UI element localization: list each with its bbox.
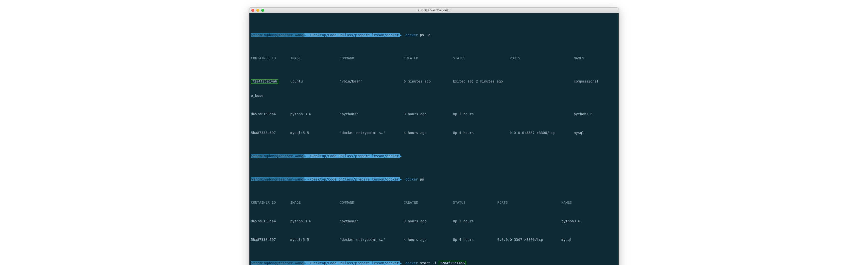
terminal-window: 2. root@72a4f25a14a6: / wangmingdong@tea… (249, 7, 619, 265)
cell-created: 4 hours ago (404, 131, 453, 135)
cell-status: Up 4 hours (453, 131, 510, 135)
cell-image: python:3.6 (290, 112, 340, 117)
table-row: 5ba87338e597 mysql:5.5 "docker-entrypoin… (249, 237, 619, 242)
cell-command: "python3" (340, 219, 404, 224)
prompt-user: wangmingdong@teacher-wang (251, 177, 304, 181)
prompt-path: ~/Desktop/Code_OnClass/prepare_lesson/do… (306, 177, 400, 181)
cell-image: python:3.6 (290, 219, 340, 224)
cell-cid: 5ba87338e597 (251, 237, 290, 242)
cell-status: Up 4 hours (453, 237, 497, 242)
cell-image: mysql:5.5 (290, 131, 340, 135)
col-names: NAMES (561, 200, 617, 205)
maximize-icon[interactable] (261, 9, 264, 12)
cell-image: mysql:5.5 (290, 237, 340, 242)
col-created: CREATED (404, 56, 453, 61)
prompt-user: wangmingdong@teacher-wang (251, 261, 304, 265)
cell-command: "/bin/bash" (340, 79, 404, 84)
cell-cid: 5ba87338e597 (251, 131, 290, 135)
prompt-path: ~/Desktop/Code_OnClass/prepare_lesson/do… (306, 154, 400, 158)
chevron-right-icon: ▶ (304, 261, 306, 265)
prompt-path: ~/Desktop/Code_OnClass/prepare_lesson/do… (306, 33, 400, 37)
table-row: 5ba87338e597 mysql:5.5 "docker-entrypoin… (249, 131, 619, 135)
col-status: STATUS (453, 56, 510, 61)
cell-names: python3.6 (574, 112, 617, 117)
cell-names: mysql (574, 131, 617, 135)
chevron-right-icon: ▶ (400, 177, 403, 181)
prompt-line: wangmingdong@teacher-wang▶~/Desktop/Code… (249, 154, 619, 158)
cell-status: Exited (0) 2 minutes ago (453, 79, 510, 84)
cell-ports (510, 79, 574, 84)
chevron-right-icon: ▶ (400, 261, 403, 265)
cell-cid: d657d6168da4 (251, 112, 290, 117)
minimize-icon[interactable] (256, 9, 259, 12)
chevron-right-icon: ▶ (304, 154, 306, 158)
terminal-body[interactable]: wangmingdong@teacher-wang▶~/Desktop/Code… (249, 13, 619, 265)
cell-command: "docker-entrypoint.s…" (340, 237, 404, 242)
cell-ports (510, 112, 574, 117)
chevron-right-icon: ▶ (400, 33, 403, 37)
col-image: IMAGE (290, 200, 340, 205)
titlebar[interactable]: 2. root@72a4f25a14a6: / (249, 8, 619, 13)
prompt-user: wangmingdong@teacher-wang (251, 154, 304, 158)
col-container-id: CONTAINER ID (251, 200, 290, 205)
table-row: 72a4f25a14a6 ubuntu "/bin/bash" 6 minute… (249, 79, 619, 84)
cell-cid: d657d6168da4 (251, 219, 290, 224)
wrapped-name: e_bose (249, 93, 619, 98)
chevron-right-icon: ▶ (304, 177, 306, 181)
prompt-line: wangmingdong@teacher-wang▶~/Desktop/Code… (249, 33, 619, 37)
window-title: 2. root@72a4f25a14a6: / (251, 9, 617, 12)
command-docker: docker (405, 177, 418, 181)
table-row: d657d6168da4 python:3.6 "python3" 3 hour… (249, 219, 619, 224)
col-status: STATUS (453, 200, 497, 205)
cell-command: "python3" (340, 112, 404, 117)
command-args: ps -a (420, 33, 430, 37)
traffic-lights (251, 9, 264, 12)
command-docker: docker (405, 33, 418, 37)
col-ports: PORTS (497, 200, 561, 205)
prompt-line: wangmingdong@teacher-wang▶~/Desktop/Code… (249, 177, 619, 182)
table-row: d657d6168da4 python:3.6 "python3" 3 hour… (249, 112, 619, 117)
cell-created: 3 hours ago (404, 112, 453, 117)
cell-status: Up 3 hours (453, 219, 497, 224)
command-args: ps (420, 177, 424, 181)
command-args: start -i (420, 261, 439, 265)
prompt-line: wangmingdong@teacher-wang▶~/Desktop/Code… (249, 261, 619, 265)
col-names: NAMES (574, 56, 617, 61)
col-command: COMMAND (340, 200, 404, 205)
prompt-user: wangmingdong@teacher-wang (251, 33, 304, 37)
highlighted-container-id: 72a4f25a14a6 (251, 79, 278, 84)
cell-command: "docker-entrypoint.s…" (340, 131, 404, 135)
prompt-path: ~/Desktop/Code_OnClass/prepare_lesson/do… (306, 261, 400, 265)
cell-created: 6 minutes ago (404, 79, 453, 84)
chevron-right-icon: ▶ (304, 33, 306, 37)
col-container-id: CONTAINER ID (251, 56, 290, 61)
cell-created: 3 hours ago (404, 219, 453, 224)
table-header: CONTAINER ID IMAGE COMMAND CREATED STATU… (249, 56, 619, 61)
chevron-right-icon: ▶ (400, 154, 403, 158)
cell-status: Up 3 hours (453, 112, 510, 117)
col-command: COMMAND (340, 56, 404, 61)
cell-ports (497, 219, 561, 224)
cell-ports: 0.0.0.0:3307->3306/tcp (497, 237, 561, 242)
cell-names: compassionat (574, 79, 617, 84)
cell-names: mysql (561, 237, 617, 242)
table-header: CONTAINER ID IMAGE COMMAND CREATED STATU… (249, 200, 619, 205)
cell-ports: 0.0.0.0:3307->3306/tcp (510, 131, 574, 135)
col-created: CREATED (404, 200, 453, 205)
col-image: IMAGE (290, 56, 340, 61)
col-ports: PORTS (510, 56, 574, 61)
cell-image: ubuntu (290, 79, 340, 84)
cell-names: python3.6 (561, 219, 617, 224)
close-icon[interactable] (251, 9, 254, 12)
command-docker: docker (405, 261, 418, 265)
highlighted-container-id: 72a4f25a14a6 (439, 261, 466, 265)
cell-created: 4 hours ago (404, 237, 453, 242)
